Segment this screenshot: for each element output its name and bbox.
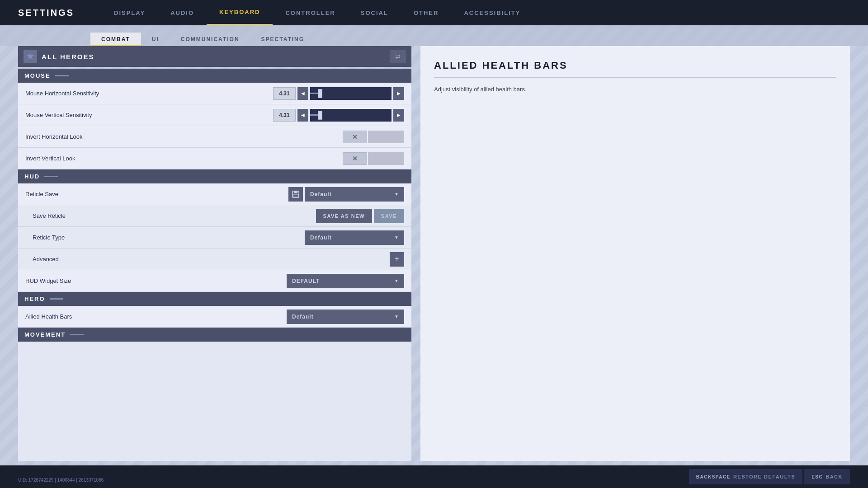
slider-h-track[interactable] xyxy=(310,87,392,100)
bottom-bar: UID: 1726742229 | 1400844 | 2613071086 B… xyxy=(0,465,868,488)
left-panel: ALL HEROES ⇄ MOUSE Mouse Horizontal Sens… xyxy=(18,46,411,461)
setting-label-hud-widget: HUD Widget Size xyxy=(25,277,287,284)
save-reticle-buttons: SAVE AS NEW SAVE xyxy=(316,209,404,223)
reticle-save-value: Default xyxy=(310,191,391,197)
nav-controller[interactable]: CONTROLLER xyxy=(273,0,348,25)
tab-communication[interactable]: COMMUNICATION xyxy=(170,33,250,46)
table-row: Invert Vertical Look ✕ xyxy=(18,148,411,169)
section-header-hero: HERO xyxy=(18,292,411,306)
reticle-type-value: Default xyxy=(310,235,391,241)
slider-h-left[interactable]: ◀ xyxy=(297,87,308,100)
section-title-movement: MOVEMENT xyxy=(24,331,66,338)
toggle-empty-right xyxy=(368,131,404,143)
slider-v-left[interactable]: ◀ xyxy=(297,109,308,122)
section-header-movement: MOVEMENT xyxy=(18,328,411,342)
toggle-invert-v-button[interactable]: ✕ xyxy=(343,152,367,165)
setting-label-save-reticle: Save Reticle xyxy=(33,212,316,219)
setting-label-reticle-type: Reticle Type xyxy=(33,234,305,241)
table-row: HUD Widget Size DEFAULT ▼ xyxy=(18,270,411,292)
allied-health-arrow-icon: ▼ xyxy=(394,314,399,319)
slider-h-thumb[interactable] xyxy=(318,89,322,98)
reticle-save-icon xyxy=(288,187,303,202)
slider-v-track[interactable] xyxy=(310,109,392,122)
restore-defaults-label: RESTORE DEFAULTS xyxy=(733,474,795,479)
table-row: Invert Horizontal Look ✕ xyxy=(18,126,411,148)
setting-label-allied-health: Allied Health Bars xyxy=(25,313,287,320)
save-as-new-button[interactable]: SAVE AS NEW xyxy=(316,209,372,223)
nav-keyboard[interactable]: KEYBOARD xyxy=(207,0,273,25)
tab-spectating[interactable]: SPECTATING xyxy=(250,33,316,46)
table-row: Save Reticle SAVE AS NEW SAVE xyxy=(18,205,411,227)
toggle-x-icon: ✕ xyxy=(352,133,358,141)
slider-horizontal: 4.31 ◀ ▶ xyxy=(273,87,404,100)
settings-list: MOUSE Mouse Horizontal Sensitivity 4.31 … xyxy=(18,69,411,461)
save-button[interactable]: SAVE xyxy=(374,209,404,223)
setting-label-mouse-h: Mouse Horizontal Sensitivity xyxy=(25,90,273,97)
slider-v-right[interactable]: ▶ xyxy=(393,109,404,122)
svg-rect-1 xyxy=(294,191,297,193)
watermark: UID: 1726742229 | 1400844 | 2613071086 xyxy=(18,478,104,483)
setting-label-advanced: Advanced xyxy=(33,256,390,263)
hud-widget-dropdown[interactable]: DEFAULT ▼ xyxy=(287,274,404,288)
setting-label-invert-v: Invert Vertical Look xyxy=(25,155,343,162)
section-header-hud: HUD xyxy=(18,169,411,183)
setting-label-mouse-v: Mouse Vertical Sensitivity xyxy=(25,112,273,118)
nav-social[interactable]: SOCIAL xyxy=(348,0,401,25)
tab-combat[interactable]: COMBAT xyxy=(90,33,141,46)
toggle-x2-icon: ✕ xyxy=(352,155,358,162)
hero-label: ALL HEROES xyxy=(42,53,385,61)
reticle-save-arrow-icon: ▼ xyxy=(394,192,399,197)
section-header-mouse: MOUSE xyxy=(18,69,411,83)
detail-description: Adjust visibility of allied health bars. xyxy=(434,85,836,94)
detail-title: ALLIED HEALTH BARS xyxy=(434,60,836,78)
table-row: Mouse Vertical Sensitivity 4.31 ◀ ▶ xyxy=(18,104,411,126)
toggle-empty-right2 xyxy=(368,152,404,165)
nav-audio[interactable]: AUDIO xyxy=(158,0,207,25)
reticle-type-dropdown[interactable]: Default ▼ xyxy=(305,230,404,245)
hud-widget-value: DEFAULT xyxy=(292,278,391,284)
slider-v-value: 4.31 xyxy=(273,109,296,122)
toggle-invert-h: ✕ xyxy=(343,131,404,143)
section-title-mouse: MOUSE xyxy=(24,72,51,79)
slider-vertical: 4.31 ◀ ▶ xyxy=(273,109,404,122)
table-row[interactable]: Allied Health Bars Default ▼ xyxy=(18,306,411,328)
section-title-hud: HUD xyxy=(24,173,40,180)
slider-h-right[interactable]: ▶ xyxy=(393,87,404,100)
slider-h-value: 4.31 xyxy=(273,87,296,100)
toggle-invert-h-button[interactable]: ✕ xyxy=(343,131,367,143)
backspace-key-label: BACKSPACE xyxy=(696,474,731,479)
esc-key-label: ESC xyxy=(811,474,823,479)
hero-selector: ALL HEROES ⇄ xyxy=(18,46,411,67)
hero-icon xyxy=(24,50,37,63)
nav-other[interactable]: OTHER xyxy=(401,0,452,25)
sub-tabs: COMBAT UI COMMUNICATION SPECTATING xyxy=(0,25,868,46)
allied-health-value: Default xyxy=(292,314,391,320)
reticle-save-control: Default ▼ xyxy=(288,187,404,202)
right-panel: ALLIED HEALTH BARS Adjust visibility of … xyxy=(420,46,850,461)
nav-display[interactable]: DISPLAY xyxy=(101,0,158,25)
main-nav: DISPLAY AUDIO KEYBOARD CONTROLLER SOCIAL… xyxy=(101,0,533,25)
toggle-invert-v: ✕ xyxy=(343,152,404,165)
nav-accessibility[interactable]: ACCESSIBILITY xyxy=(451,0,533,25)
main-content: ALL HEROES ⇄ MOUSE Mouse Horizontal Sens… xyxy=(18,46,850,461)
reticle-save-dropdown[interactable]: Default ▼ xyxy=(305,187,404,202)
hero-switch-button[interactable]: ⇄ xyxy=(390,50,406,63)
tab-ui[interactable]: UI xyxy=(141,33,170,46)
reticle-type-arrow-icon: ▼ xyxy=(394,235,399,240)
allied-health-dropdown[interactable]: Default ▼ xyxy=(287,310,404,324)
table-row: Reticle Type Default ▼ xyxy=(18,227,411,249)
app-title: SETTINGS xyxy=(18,8,74,18)
slider-v-thumb[interactable] xyxy=(318,111,322,120)
back-button[interactable]: ESC BACK xyxy=(804,469,850,484)
restore-defaults-button[interactable]: BACKSPACE RESTORE DEFAULTS xyxy=(689,469,802,484)
table-row: Advanced + xyxy=(18,249,411,270)
advanced-expand-button[interactable]: + xyxy=(390,252,404,267)
setting-label-reticle-save: Reticle Save xyxy=(25,191,288,197)
setting-label-invert-h: Invert Horizontal Look xyxy=(25,133,343,140)
hud-widget-arrow-icon: ▼ xyxy=(394,278,399,283)
svg-rect-2 xyxy=(293,194,298,197)
top-nav: SETTINGS DISPLAY AUDIO KEYBOARD CONTROLL… xyxy=(0,0,868,25)
section-title-hero: HERO xyxy=(24,296,45,302)
back-label: BACK xyxy=(826,474,843,479)
table-row: Mouse Horizontal Sensitivity 4.31 ◀ ▶ xyxy=(18,83,411,104)
